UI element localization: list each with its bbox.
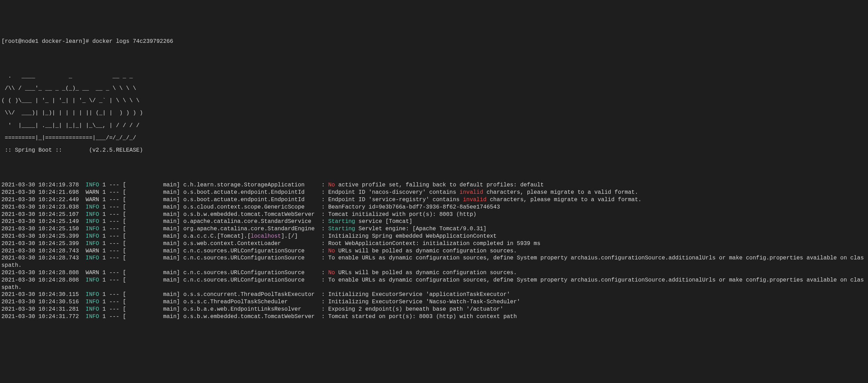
log-logger: c.h.learn.storage.StorageApplication [183,182,318,188]
log-message-segment: characters, please migrate to a valid fo… [487,197,642,203]
log-separator: : [318,306,328,312]
log-timestamp: 2021-03-30 10:24:21.698 [1,189,86,196]
log-level: INFO [86,211,99,218]
log-separator: : [318,218,328,225]
log-separator: : [318,240,328,247]
log-separator: : [318,233,328,239]
log-timestamp: 2021-03-30 10:24:28.808 [1,270,86,276]
log-line: 2021-03-30 10:24:30.516 INFO 1 --- [ mai… [1,298,867,306]
log-separator: : [318,211,328,218]
ascii-line-7: :: Spring Boot :: (v2.2.5.RELEASE) [1,147,867,154]
log-pid: 1 --- [ main] [99,189,183,196]
blank-line [1,53,867,60]
command-text: docker logs 74c239792266 [92,38,173,45]
log-line: 2021-03-30 10:24:31.772 INFO 1 --- [ mai… [1,313,867,321]
log-level: INFO [86,226,99,232]
log-line: 2021-03-30 10:24:28.808 INFO 1 --- [ mai… [1,277,867,291]
log-logger: o.s.b.w.embedded.tomcat.TomcatWebServer [183,211,318,218]
log-separator: : [318,255,328,261]
log-line: 2021-03-30 10:24:25.399 INFO 1 --- [ mai… [1,240,867,247]
log-pid: 1 --- [ main] [99,291,183,298]
log-level: INFO [86,255,99,261]
log-message-segment: No [328,248,335,254]
log-pid: 1 --- [ main] [99,233,183,239]
log-level: INFO [86,182,99,188]
log-message-segment: No [328,182,335,188]
log-message-segment: Initializing ExecutorService 'Nacso-Watc… [328,299,520,305]
log-logger: o.s.boot.actuate.endpoint.EndpointId [183,189,318,196]
log-logger: o.s.boot.actuate.endpoint.EndpointId [183,197,318,203]
log-line: 2021-03-30 10:24:25.107 INFO 1 --- [ mai… [1,211,867,218]
log-line: 2021-03-30 10:24:28.808 WARN 1 --- [ mai… [1,269,867,277]
log-message-segment: Initializing Spring embedded WebApplicat… [328,233,496,239]
log-separator: : [318,277,328,283]
log-level: INFO [86,299,99,305]
ascii-line-2: /\\ / ___'_ __ _ _(_)_ __ __ _ \ \ \ \ [1,86,867,92]
log-separator: : [318,270,328,276]
log-logger: c.n.c.sources.URLConfigurationSource [183,277,318,283]
log-line: 2021-03-30 10:24:22.449 WARN 1 --- [ mai… [1,196,867,204]
log-pid: 1 --- [ main] [99,182,183,188]
log-logger: o.s.web.context.ContextLoader [183,240,318,247]
log-separator: : [318,248,328,254]
log-level: INFO [86,306,99,312]
prompt-user: [root@node1 docker-learn]# [1,38,92,45]
ascii-line-5: ' |____| .__|_| |_|_| |_\__, | / / / / [1,123,867,129]
log-line: 2021-03-30 10:24:30.115 INFO 1 --- [ mai… [1,291,867,298]
log-pid: 1 --- [ main] [99,270,183,276]
log-pid: 1 --- [ main] [99,211,183,218]
log-pid: 1 --- [ main] [99,299,183,305]
log-pid: 1 --- [ main] [99,248,183,254]
log-separator: : [318,291,328,298]
log-line: 2021-03-30 10:24:25.399 INFO 1 --- [ mai… [1,233,867,240]
ascii-line-4: \\/ ___)| |_)| | | | | || (_| | ) ) ) ) [1,110,867,117]
log-pid: 1 --- [ main] [99,204,183,210]
ascii-line-6: =========|_|==============|___/=/_/_/_/ [1,135,867,141]
log-message-segment: invalid [460,189,483,196]
log-message-segment: active profile set, falling back to defa… [335,182,544,188]
log-message-segment: BeanFactory id=9e3b766a-bdf7-3936-8f62-8… [328,204,500,210]
log-line: 2021-03-30 10:24:28.743 WARN 1 --- [ mai… [1,247,867,255]
log-level: WARN [86,270,99,276]
log-message-segment: URLs will be polled as dynamic configura… [335,270,517,276]
log-timestamp: 2021-03-30 10:24:28.743 [1,248,86,254]
log-logger: c.n.c.sources.URLConfigurationSource [183,255,318,261]
log-timestamp: 2021-03-30 10:24:25.107 [1,211,86,218]
log-message-segment: Tomcat initialized with port(s): 8003 (h… [328,211,476,218]
log-message-segment: No [328,270,335,276]
log-logger: o.s.s.concurrent.ThreadPoolTaskExecutor [183,291,318,298]
log-separator: : [318,189,328,196]
terminal-output[interactable]: [root@node1 docker-learn]# docker logs 7… [1,31,867,328]
log-logger: o.a.c.c.C.[Tomcat].[localhost].[/] [183,233,318,239]
log-separator: : [318,226,328,232]
log-message-segment: URLs will be polled as dynamic configura… [335,248,517,254]
log-line: 2021-03-30 10:24:23.038 INFO 1 --- [ mai… [1,204,867,211]
log-message-segment: characters, please migrate to a valid fo… [483,189,638,196]
log-pid: 1 --- [ main] [99,277,183,283]
log-logger: o.s.cloud.context.scope.GenericScope [183,204,318,210]
log-logger: o.s.b.a.e.web.EndpointLinksResolver [183,306,318,312]
log-level: INFO [86,291,99,298]
log-logger: c.n.c.sources.URLConfigurationSource [183,248,318,254]
log-separator: : [318,204,328,210]
log-logger: o.s.b.w.embedded.tomcat.TomcatWebServer [183,313,318,320]
log-timestamp: 2021-03-30 10:24:25.149 [1,218,86,225]
log-line: 2021-03-30 10:24:25.149 INFO 1 --- [ mai… [1,218,867,225]
log-level: INFO [86,233,99,239]
log-logger: c.n.c.sources.URLConfigurationSource [183,270,318,276]
log-line: 2021-03-30 10:24:28.743 INFO 1 --- [ mai… [1,255,867,269]
log-line: 2021-03-30 10:24:21.698 WARN 1 --- [ mai… [1,189,867,196]
log-pid: 1 --- [ main] [99,306,183,312]
log-logger: org.apache.catalina.core.StandardEngine [183,226,318,232]
log-pid: 1 --- [ main] [99,313,183,320]
log-line: 2021-03-30 10:24:25.150 INFO 1 --- [ mai… [1,225,867,233]
log-timestamp: 2021-03-30 10:24:22.449 [1,197,86,203]
log-output: 2021-03-30 10:24:19.378 INFO 1 --- [ mai… [1,181,867,320]
log-pid: 1 --- [ main] [99,218,183,225]
log-pid: 1 --- [ main] [99,255,183,261]
log-separator: : [318,313,328,320]
log-logger: o.apache.catalina.core.StandardService [183,218,318,225]
log-message-segment: Starting [328,226,355,232]
log-timestamp: 2021-03-30 10:24:31.772 [1,313,86,320]
log-message-segment: Endpoint ID 'nacos-discovery' contains [328,189,459,196]
